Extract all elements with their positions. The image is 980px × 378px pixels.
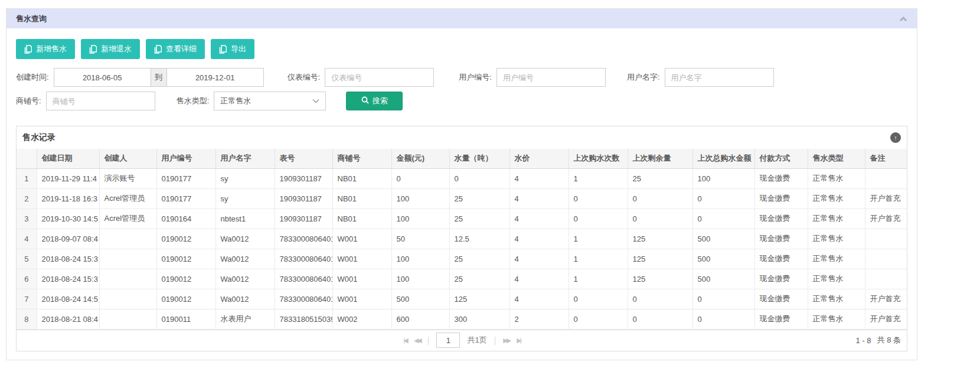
table-cell: [865, 168, 907, 188]
table-cell: NB01: [332, 208, 391, 229]
table-row[interactable]: 42018-09-07 08:40190012Wa001278330008064…: [17, 229, 907, 249]
button-label: 新增退水: [101, 44, 132, 54]
table-cell: 2019-11-29 11:4: [37, 168, 99, 188]
row-number-cell: 7: [17, 289, 37, 309]
table-cell: 1: [569, 269, 628, 289]
table-cell: [99, 309, 156, 329]
table-cell: 25: [449, 269, 509, 289]
search-button-label: 搜索: [373, 96, 388, 106]
table-cell: 2018-08-24 15:3: [37, 249, 99, 269]
table-cell: 4: [509, 289, 569, 309]
table-cell: 50: [391, 229, 449, 249]
table-cell: 100: [391, 249, 449, 269]
sales-query-panel: 售水查询 新增售水 新增退水 查看详细 导出 创建时间:: [6, 8, 917, 360]
table-head: 创建日期创建人用户编号用户名字表号商铺号金额(元)水量（吨）水价上次购水次数上次…: [17, 149, 907, 168]
table-cell: 0190012: [156, 289, 215, 309]
table-cell: [99, 269, 156, 289]
user-no-label: 用户编号:: [459, 72, 492, 83]
file-icon: [154, 45, 162, 54]
export-button[interactable]: 导出: [211, 39, 254, 59]
date-range-group: 到: [54, 68, 264, 87]
scroll-top-icon[interactable]: ↑: [890, 132, 901, 143]
table-cell: 正常售水: [808, 309, 865, 329]
add-sale-button[interactable]: 新增售水: [16, 39, 75, 59]
table-cell: 25: [449, 208, 509, 229]
table-cell: 水表用户: [215, 309, 275, 329]
table-cell: 开户首充: [865, 289, 907, 309]
table-cell: 12.5: [449, 229, 509, 249]
meter-no-input[interactable]: [325, 68, 434, 87]
table-cell: 500: [692, 269, 754, 289]
grid-title: 售水记录: [22, 132, 55, 143]
table-row[interactable]: 82018-08-21 08:40190011水表用户7833180515039…: [17, 309, 907, 329]
table-cell: 正常售水: [808, 208, 865, 229]
table-cell: 100: [391, 188, 449, 208]
filter-row-2: 商铺号: 售水类型: 正常售水 搜索: [16, 92, 907, 110]
table-row[interactable]: 62018-08-24 15:30190012Wa001278330008064…: [17, 269, 907, 289]
table-cell: 500: [391, 289, 449, 309]
table-cell: 0190012: [156, 249, 215, 269]
table-cell: 现金缴费: [754, 249, 808, 269]
table-cell: 25: [628, 168, 692, 188]
table-cell: 正常售水: [808, 269, 865, 289]
table-cell: 现金缴费: [754, 188, 808, 208]
table-cell: 100: [391, 208, 449, 229]
row-number-cell: 3: [17, 208, 37, 229]
last-page-icon[interactable]: ▶|: [517, 337, 520, 344]
table-cell: W001: [332, 249, 391, 269]
table-cell: 300: [449, 309, 509, 329]
table-cell: 125: [628, 269, 692, 289]
shop-no-input[interactable]: [46, 92, 155, 110]
view-detail-button[interactable]: 查看详细: [146, 39, 205, 59]
table-cell: sy: [215, 188, 275, 208]
button-label: 新增售水: [36, 44, 67, 54]
col-header: 售水类型: [808, 149, 865, 168]
user-name-label: 用户名字:: [627, 72, 660, 83]
table-cell: 0: [692, 309, 754, 329]
table-cell: 演示账号: [99, 168, 156, 188]
date-from-input[interactable]: [54, 68, 151, 87]
table-cell: 0: [628, 208, 692, 229]
button-label: 查看详细: [166, 44, 197, 54]
col-header: 上次剩余量: [628, 149, 692, 168]
col-header: 上次总购水金额: [692, 149, 754, 168]
file-icon: [89, 45, 97, 54]
next-page-icon[interactable]: ▶▶: [503, 337, 509, 344]
table-cell: 现金缴费: [754, 229, 808, 249]
table-row[interactable]: 22019-11-18 16:3Acrel管理员0190177sy1909301…: [17, 188, 907, 208]
col-header: 上次购水次数: [569, 149, 628, 168]
table-cell: 正常售水: [808, 249, 865, 269]
prev-page-icon[interactable]: ◀◀: [414, 337, 420, 344]
table-row[interactable]: 32019-10-30 14:5Acrel管理员0190164nbtest119…: [17, 208, 907, 229]
table-cell: 开户首充: [865, 309, 907, 329]
shop-no-label: 商铺号:: [16, 96, 41, 106]
table-cell: nbtest1: [215, 208, 275, 229]
add-refund-button[interactable]: 新增退水: [81, 39, 140, 59]
table-cell: 500: [692, 249, 754, 269]
user-no-input[interactable]: [496, 68, 606, 87]
search-icon: [361, 96, 369, 106]
sale-type-select[interactable]: 正常售水: [214, 92, 326, 110]
table-cell: 1909301187: [275, 208, 332, 229]
first-page-icon[interactable]: |◀: [403, 337, 406, 344]
table-row[interactable]: 52018-08-24 15:30190012Wa001278330008064…: [17, 249, 907, 269]
table-cell: 正常售水: [808, 229, 865, 249]
col-header: 金额(元): [391, 149, 449, 168]
table-cell: 2019-10-30 14:5: [37, 208, 99, 229]
row-number-cell: 8: [17, 309, 37, 329]
table-body: 12019-11-29 11:4演示账号0190177sy1909301187N…: [17, 168, 907, 329]
user-name-input[interactable]: [665, 68, 774, 87]
collapse-chevron-up-icon[interactable]: [899, 16, 907, 22]
col-header: 创建日期: [37, 149, 99, 168]
date-to-input[interactable]: [166, 68, 264, 87]
table-cell: Wa0012: [215, 249, 275, 269]
page-number-input[interactable]: [436, 333, 460, 348]
table-cell: NB01: [332, 168, 391, 188]
table-row[interactable]: 12019-11-29 11:4演示账号0190177sy1909301187N…: [17, 168, 907, 188]
table-row[interactable]: 72018-08-24 14:50190012Wa001278330008064…: [17, 289, 907, 309]
table-cell: 2: [509, 309, 569, 329]
search-button[interactable]: 搜索: [346, 92, 403, 110]
table-cell: 1909301187: [275, 188, 332, 208]
table-cell: 0: [569, 309, 628, 329]
table-cell: 4: [509, 269, 569, 289]
